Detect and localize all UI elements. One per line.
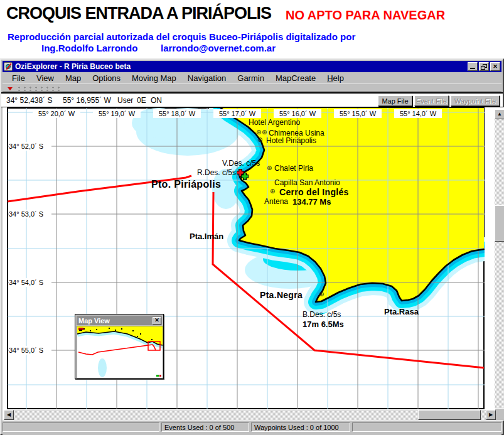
map-label-hotel-piri-polis: Hotel Piriápolis xyxy=(266,137,316,144)
map-label-pto-piri-polis: Pto. Piriápolis xyxy=(151,180,221,190)
menu-moving-map[interactable]: Moving Map xyxy=(126,73,182,83)
menu-view[interactable]: View xyxy=(31,73,60,83)
map-label-b-des-c-5s: B.Des. c/5s xyxy=(303,311,341,318)
map-label-v-des-c-5s: V.Des. c/5s xyxy=(222,159,260,167)
datum-status: ON xyxy=(151,96,162,105)
map-label-chalet-piria: Chalet Piria xyxy=(274,164,313,172)
close-icon: ✕ xyxy=(493,64,498,70)
map-marker-icon: ⊛ xyxy=(257,137,262,143)
longitude-tick-label: 55° 14,0´ W xyxy=(394,109,442,118)
longitude-tick-label: 55° 19,0´ W xyxy=(93,109,141,118)
waypoint-file-button[interactable]: Waypoint File xyxy=(451,95,500,106)
scroll-left-button[interactable]: ◀ xyxy=(4,410,14,420)
menu-navigation[interactable]: Navigation xyxy=(182,73,232,83)
scroll-right-icon: ▶ xyxy=(489,412,493,417)
map-marker-icon: ⊛ xyxy=(256,129,261,136)
menu-help[interactable]: Help xyxy=(321,73,350,83)
credit-line: Reproducción parcial autorizada del croq… xyxy=(8,31,355,42)
map-label-r-des-c-5s: R.Des. c/5s xyxy=(197,169,236,176)
restore-button[interactable] xyxy=(479,62,489,71)
status-bar: Events Used : 0 of 500 Waypoints Used : … xyxy=(3,422,501,432)
coordinate-bar: 34° 52,438´ S 55° 16,955´ W User 0E ON M… xyxy=(1,92,503,107)
minimize-button[interactable] xyxy=(468,62,478,71)
page-header: CROQUIS ENTRADA A PIRIÁPOLIS NO APTO PAR… xyxy=(0,0,504,58)
status-events: Events Used : 0 of 500 xyxy=(161,422,249,432)
v-scrollbar-thumb[interactable] xyxy=(495,205,504,242)
map-marker-icon: ⊕ xyxy=(270,188,275,195)
longitude-tick-label: 55° 20,0´ W xyxy=(33,109,80,118)
toolbar-grip xyxy=(16,86,62,91)
close-icon: ✕ xyxy=(154,318,159,323)
toolbar-collapse-icon[interactable] xyxy=(8,87,13,90)
status-waypoints: Waypoints Used : 0 of 1000 xyxy=(251,422,350,432)
map-view-window[interactable]: Map View ✕ xyxy=(75,314,164,379)
menu-options[interactable]: Options xyxy=(87,73,126,83)
oziexplorer-window: OziExplorer - R Piria Buceo beta ✕ FileV… xyxy=(0,58,504,435)
oziexplorer-icon xyxy=(4,62,13,71)
map-view-close-button[interactable]: ✕ xyxy=(153,317,161,325)
toolbar-strip xyxy=(3,83,501,92)
datum-label: User xyxy=(117,96,133,105)
latitude-tick-label: 34° 55,0´ S xyxy=(9,346,51,355)
scroll-left-icon: ◀ xyxy=(7,412,11,417)
map-label-pta-negra: Pta.Negra xyxy=(260,291,303,299)
menu-map[interactable]: Map xyxy=(60,73,87,83)
map-label-antena: Antena xyxy=(264,198,288,205)
credit-name: Ing.Rodolfo Larrondo xyxy=(41,43,137,53)
status-panel-blank xyxy=(3,422,159,432)
map-view-titlebar[interactable]: Map View ✕ xyxy=(77,316,162,325)
map-file-button[interactable]: Map File xyxy=(378,95,412,106)
map-label-pta-im-n: Pta.Imán xyxy=(190,232,223,240)
window-bottom-edge xyxy=(3,432,501,435)
warning-text: NO APTO PARA NAVEGAR xyxy=(286,8,445,23)
latitude-tick-label: 34° 52,0´ S xyxy=(9,142,51,151)
map-view-title: Map View xyxy=(77,317,153,325)
close-button[interactable]: ✕ xyxy=(490,62,500,71)
map-marker-icon: ⊕ xyxy=(319,291,324,298)
latitude-tick-label: 34° 54,0´ S xyxy=(9,278,51,287)
menu-garmin[interactable]: Garmin xyxy=(232,73,270,83)
longitude-tick-label: 55° 18,0´ W xyxy=(153,109,201,118)
map-label-17m-6-5ms: 17m 6.5Ms xyxy=(303,320,344,328)
map-view-thumbnail[interactable] xyxy=(77,326,163,379)
status-panel-blank2 xyxy=(352,422,501,432)
page-title: CROQUIS ENTRADA A PIRIÁPOLIS xyxy=(6,4,271,23)
scroll-right-button[interactable]: ▶ xyxy=(486,410,496,420)
longitude-tick-label: 55° 16,0´ W xyxy=(274,109,321,118)
h-scrollbar-thumb[interactable] xyxy=(418,410,481,420)
scroll-up-icon: ▲ xyxy=(497,112,502,117)
map-marker-icon: ⊛ xyxy=(262,129,267,136)
longitude-tick-label: 55° 17,0´ W xyxy=(213,109,261,118)
window-title: OziExplorer - R Piria Buceo beta xyxy=(15,62,468,71)
cursor-longitude: 55° 16,955´ W xyxy=(63,96,111,105)
menu-bar: FileViewMapOptionsMoving MapNavigationGa… xyxy=(3,72,501,83)
latitude-tick-label: 34° 53,0´ S xyxy=(9,210,51,218)
map-label-capilla-san-antonio: Capilla San Antonio xyxy=(274,179,340,186)
menu-file[interactable]: File xyxy=(6,73,31,83)
title-bar[interactable]: OziExplorer - R Piria Buceo beta ✕ xyxy=(3,61,501,72)
menu-mapcreate[interactable]: MapCreate xyxy=(270,73,321,83)
cursor-latitude: 34° 52,438´ S xyxy=(6,96,53,105)
scrollbar-corner xyxy=(496,410,504,420)
minimize-icon xyxy=(470,68,475,69)
map-client-area: 55° 20,0´ W55° 19,0´ W55° 18,0´ W55° 17,… xyxy=(3,107,504,421)
credit-email: larrondo@overnet.com.ar xyxy=(161,43,276,53)
map-marker-icon: ⊛ xyxy=(267,165,272,171)
map-label-cerro-del-ingl-s: Cerro del Inglés xyxy=(279,188,349,196)
v-scrollbar[interactable] xyxy=(495,109,504,409)
map-label-pta-rasa: Pta.Rasa xyxy=(384,308,419,316)
map-label-134-77-ms: 134.77 Ms xyxy=(292,198,331,206)
scroll-up-button[interactable]: ▲ xyxy=(495,109,504,119)
datum-value: 0E xyxy=(137,96,146,105)
map-label-hotel-argentino: Hotel Argentino xyxy=(249,119,300,126)
event-file-button[interactable]: Event File xyxy=(414,95,449,106)
longitude-tick-label: 55° 15,0´ W xyxy=(334,109,382,118)
